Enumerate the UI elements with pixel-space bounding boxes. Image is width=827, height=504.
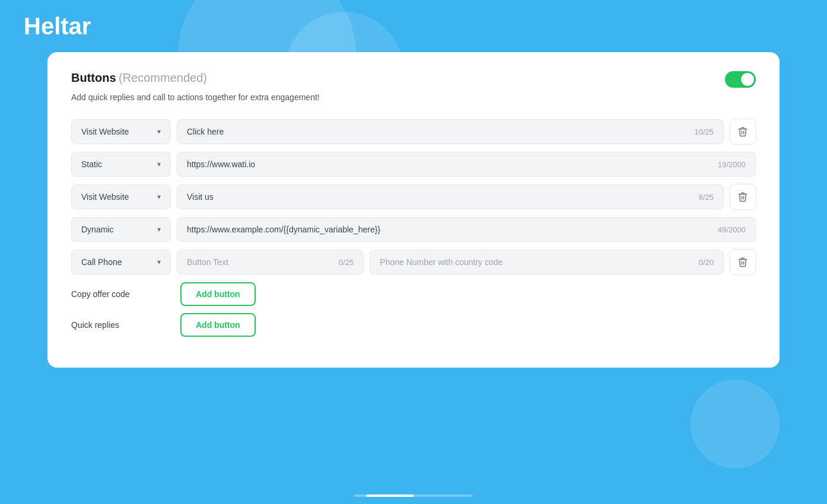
copy-offer-code-label: Copy offer code	[71, 289, 171, 299]
input-counter-5: 0/25	[339, 258, 354, 267]
chevron-down-icon-2: ▾	[157, 160, 161, 168]
trash-icon-5	[737, 257, 748, 267]
type-label-4: Dynamic	[81, 225, 113, 234]
phone-placeholder-5: Phone Number with country code	[380, 257, 694, 267]
scrollbar-container	[354, 495, 473, 497]
input-counter-1: 10/25	[694, 127, 714, 136]
toggle-switch[interactable]	[725, 71, 756, 88]
type-select-4[interactable]: Dynamic ▾	[71, 217, 171, 242]
button-row-dynamic: Dynamic ▾ https://www.example.com/{{dyna…	[71, 217, 756, 242]
button-text-input-3[interactable]: Visit us 8/25	[177, 184, 724, 209]
type-label-5: Call Phone	[81, 257, 122, 267]
phone-counter-5: 0/20	[699, 258, 714, 267]
quick-replies-section: Quick replies Add button	[71, 313, 756, 337]
add-button-quick-replies[interactable]: Add button	[180, 313, 256, 337]
logo: Heltar	[24, 14, 803, 38]
type-select-1[interactable]: Visit Website ▾	[71, 119, 171, 144]
type-label-2: Static	[81, 160, 102, 169]
chevron-down-icon-3: ▾	[157, 193, 161, 201]
type-select-5[interactable]: Call Phone ▾	[71, 250, 171, 275]
url-counter-dynamic: 49/2000	[718, 225, 746, 234]
toggle-thumb	[741, 73, 754, 86]
button-row-call-phone: Call Phone ▾ Button Text 0/25 Phone Numb…	[71, 249, 756, 275]
button-text-input-1[interactable]: Click here 10/25	[177, 119, 724, 144]
add-button-copy-offer[interactable]: Add button	[180, 282, 256, 306]
type-label-1: Visit Website	[81, 127, 129, 136]
button-row-visit-website-1: Visit Website ▾ Click here 10/25	[71, 119, 756, 145]
scrollbar-thumb	[366, 495, 414, 497]
type-label-3: Visit Website	[81, 192, 129, 202]
url-input-dynamic[interactable]: https://www.example.com/{{dynamic_variab…	[177, 217, 756, 242]
delete-button-1[interactable]	[730, 119, 756, 145]
header: Heltar	[0, 0, 827, 52]
quick-replies-label: Quick replies	[71, 320, 171, 330]
toggle-track	[725, 71, 756, 88]
input-counter-3: 8/25	[699, 193, 714, 202]
card-title: Buttons	[71, 71, 116, 84]
trash-icon-1	[737, 126, 748, 137]
card-subtitle: Add quick replies and call to actions to…	[71, 92, 756, 102]
main-card: Buttons (Recommended) Add quick replies …	[47, 52, 780, 368]
url-counter-static: 19/2000	[718, 160, 746, 169]
type-select-3[interactable]: Visit Website ▾	[71, 184, 171, 209]
card-header: Buttons (Recommended)	[71, 71, 756, 88]
url-value-static: https://www.wati.io	[187, 160, 713, 169]
delete-button-3[interactable]	[730, 184, 756, 210]
copy-offer-code-section: Copy offer code Add button	[71, 282, 756, 306]
input-placeholder-5: Button Text	[187, 257, 334, 267]
url-input-static[interactable]: https://www.wati.io 19/2000	[177, 152, 756, 177]
input-value-1: Click here	[187, 127, 689, 136]
type-select-2[interactable]: Static ▾	[71, 152, 171, 177]
url-value-dynamic: https://www.example.com/{{dynamic_variab…	[187, 225, 713, 234]
button-row-static: Static ▾ https://www.wati.io 19/2000	[71, 152, 756, 177]
chevron-down-icon-4: ▾	[157, 225, 161, 234]
card-recommended-label: (Recommended)	[119, 71, 207, 84]
input-value-3: Visit us	[187, 192, 694, 202]
trash-icon-3	[737, 192, 748, 202]
button-row-visit-website-2: Visit Website ▾ Visit us 8/25	[71, 184, 756, 210]
button-text-input-5[interactable]: Button Text 0/25	[177, 250, 364, 275]
chevron-down-icon-1: ▾	[157, 127, 161, 136]
phone-input-5[interactable]: Phone Number with country code 0/20	[370, 250, 724, 275]
bg-decoration-3	[691, 379, 780, 468]
card-title-group: Buttons (Recommended)	[71, 71, 207, 85]
delete-button-5[interactable]	[730, 249, 756, 275]
chevron-down-icon-5: ▾	[157, 258, 161, 266]
